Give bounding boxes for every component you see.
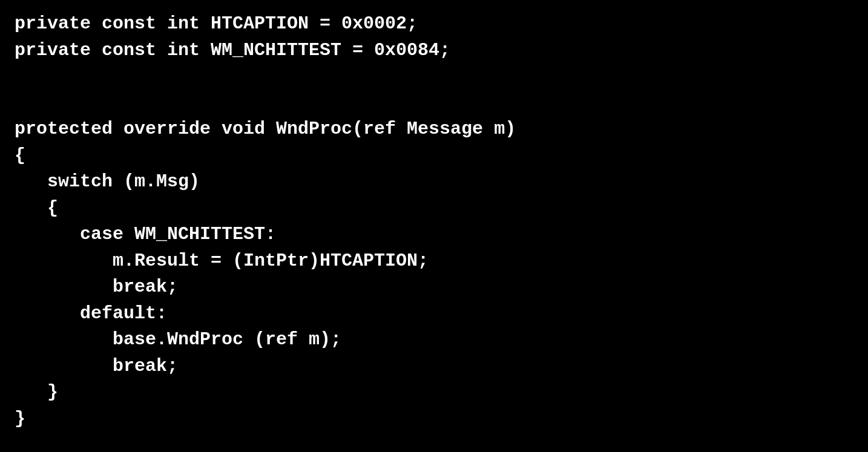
code-block: private const int HTCAPTION = 0x0002; pr… xyxy=(0,0,868,452)
